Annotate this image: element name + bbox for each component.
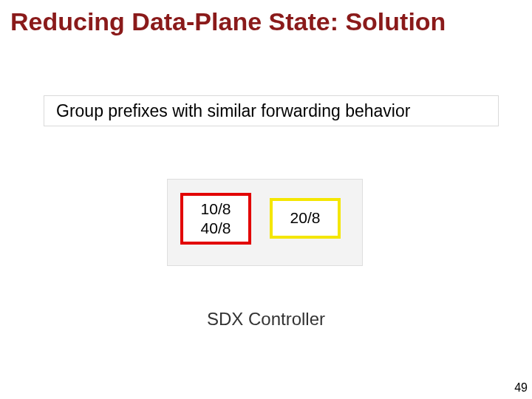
subtitle-box: Group prefixes with similar forwarding b… bbox=[44, 95, 499, 126]
prefix-text: 40/8 bbox=[201, 219, 231, 238]
prefix-group-yellow: 20/8 bbox=[270, 198, 341, 239]
prefix-text: 20/8 bbox=[290, 208, 321, 228]
controller-label: SDX Controller bbox=[0, 309, 532, 330]
slide: Reducing Data-Plane State: Solution Grou… bbox=[0, 0, 532, 399]
prefix-group-red: 10/8 40/8 bbox=[180, 193, 251, 245]
subtitle-text: Group prefixes with similar forwarding b… bbox=[56, 101, 410, 121]
slide-title: Reducing Data-Plane State: Solution bbox=[10, 7, 498, 36]
page-number: 49 bbox=[514, 381, 528, 395]
prefix-text: 10/8 bbox=[201, 200, 231, 219]
